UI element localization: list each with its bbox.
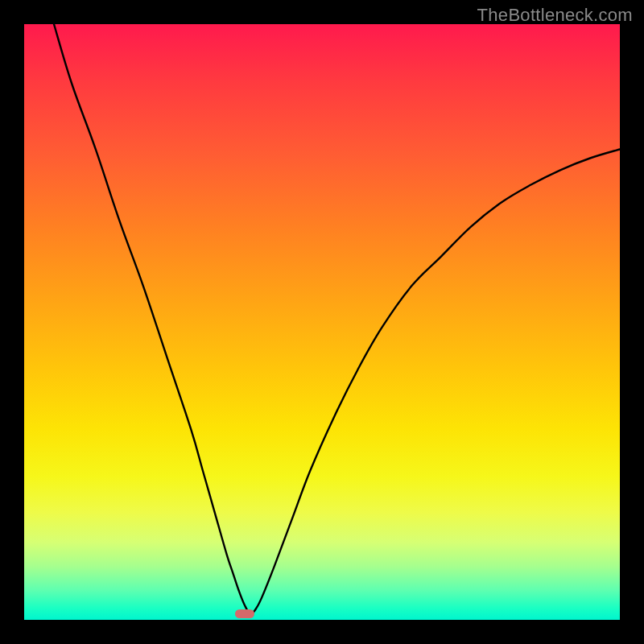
chart-frame: TheBottleneck.com [0, 0, 644, 644]
plot-area [24, 24, 620, 620]
optimum-marker [235, 609, 254, 617]
bottleneck-curve [24, 24, 620, 620]
watermark-text: TheBottleneck.com [477, 5, 633, 26]
